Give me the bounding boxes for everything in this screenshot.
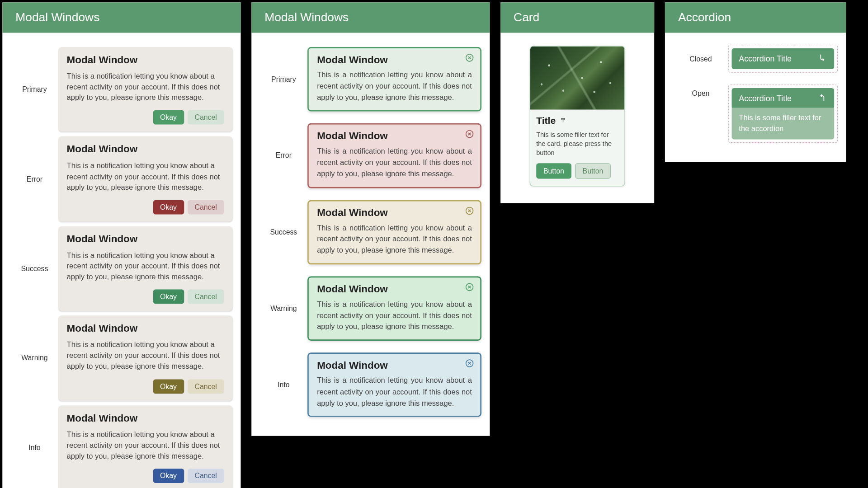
okay-button[interactable]: Okay [153,290,184,304]
toast-body-text: This is a notification letting you know … [317,146,472,179]
modal-warning: Modal WindowThis is a notification letti… [58,316,232,401]
panel-modal-buttons: Modal Windows PrimaryModal WindowThis is… [2,2,241,488]
seedling-icon [559,116,567,127]
okay-button[interactable]: Okay [153,110,184,125]
panel-body: PrimaryModal WindowThis is a notificatio… [251,33,490,436]
toast-heading: Modal Window [317,131,472,142]
cancel-button[interactable]: Cancel [188,379,224,394]
accordion-header[interactable]: Accordion Title [732,88,835,109]
modal-error: Modal WindowThis is a notification letti… [58,136,232,221]
close-icon[interactable] [465,282,474,291]
toast-body-text: This is a notification letting you know … [317,70,472,103]
cancel-button[interactable]: Cancel [188,200,224,215]
close-icon[interactable] [465,206,474,215]
accordion-title: Accordion Title [739,94,792,103]
card-button-primary[interactable]: Button [536,163,571,178]
variant-label: Warning [11,354,58,362]
accordion-content: This is some filler text for the accordi… [732,108,835,140]
toast-body-text: This is a notification letting you know … [317,222,472,256]
card-button-secondary[interactable]: Button [575,163,611,178]
toast-body-text: This is a notification letting you know … [317,375,472,408]
variant-label: Success [260,228,307,236]
expand-icon [817,53,827,64]
modal-buttons: OkayCancel [67,379,224,394]
accordion-title: Accordion Title [739,54,792,63]
variant-label: Primary [260,75,307,83]
modal-buttons: OkayCancel [67,110,224,125]
accordion-demo-open: Accordion Title This is some filler text… [728,84,838,143]
accordion-state-label: Closed [673,55,728,63]
modal-buttons: OkayCancel [67,290,224,304]
modal-buttons: OkayCancel [67,200,224,215]
toast-body-text: This is a notification letting you know … [317,299,472,332]
toast-heading: Modal Window [317,360,472,371]
panel-title: Accordion [665,2,846,33]
modal-body-text: This is a notification letting you know … [67,71,224,103]
modal-heading: Modal Window [67,413,224,424]
variant-label: Info [260,380,307,389]
modal-primary: Modal WindowThis is a notification letti… [58,47,232,132]
modal-heading: Modal Window [67,323,224,335]
panel-card: Card Title This is some filler text for … [500,2,654,203]
card-body: Title This is some filler text for the c… [530,110,624,186]
close-icon[interactable] [465,53,474,62]
modal-heading: Modal Window [67,144,224,155]
modal-body-text: This is a notification letting you know … [67,339,224,372]
panel-accordion: Accordion Closed Accordion Title [665,2,846,162]
toast-success: Modal WindowThis is a notification letti… [307,200,481,264]
toast-primary: Modal WindowThis is a notification letti… [307,47,481,112]
modal-heading: Modal Window [67,233,224,245]
panel-title: Modal Windows [2,2,241,33]
okay-button[interactable]: Okay [153,200,184,215]
card-image [530,47,624,110]
variant-label: Error [260,151,307,160]
cancel-button[interactable]: Cancel [188,290,224,304]
modal-success: Modal WindowThis is a notification letti… [58,226,232,311]
modal-buttons: OkayCancel [67,469,224,483]
okay-button[interactable]: Okay [153,469,184,483]
accordion-header[interactable]: Accordion Title [732,48,835,69]
card-text: This is some filler text for the card. p… [536,131,618,157]
accordion-demo-closed: Accordion Title [728,45,838,73]
panel-body: Title This is some filler text for the c… [500,33,654,202]
accordion-state-label: Open [673,84,728,98]
variant-label: Success [11,264,58,272]
toast-heading: Modal Window [317,54,472,66]
toast-info: Modal WindowThis is a notification letti… [307,352,481,417]
modal-body-text: This is a notification letting you know … [67,250,224,282]
panel-title: Modal Windows [251,2,490,33]
panel-modal-toasts: Modal Windows PrimaryModal WindowThis is… [251,2,490,436]
cancel-button[interactable]: Cancel [188,110,224,125]
collapse-icon [817,93,827,104]
panel-body: PrimaryModal WindowThis is a notificatio… [2,33,241,488]
modal-info: Modal WindowThis is a notification letti… [58,405,232,488]
card-title-text: Title [536,116,556,127]
okay-button[interactable]: Okay [153,379,184,394]
close-icon[interactable] [465,129,474,139]
panel-title: Card [500,2,654,33]
variant-label: Error [11,175,58,183]
toast-heading: Modal Window [317,283,472,295]
variant-label: Info [11,443,58,451]
card: Title This is some filler text for the c… [530,46,625,186]
cancel-button[interactable]: Cancel [188,469,224,483]
variant-label: Warning [260,304,307,312]
card-buttons: Button Button [536,163,618,178]
variant-label: Primary [11,85,58,94]
card-title: Title [536,116,618,127]
modal-body-text: This is a notification letting you know … [67,160,224,193]
panel-body: Closed Accordion Title Open [665,33,846,162]
close-icon[interactable] [465,358,474,368]
toast-heading: Modal Window [317,207,472,219]
toast-warning: Modal WindowThis is a notification letti… [307,276,481,341]
modal-body-text: This is a notification letting you know … [67,429,224,462]
modal-heading: Modal Window [67,54,224,66]
toast-error: Modal WindowThis is a notification letti… [307,123,481,188]
